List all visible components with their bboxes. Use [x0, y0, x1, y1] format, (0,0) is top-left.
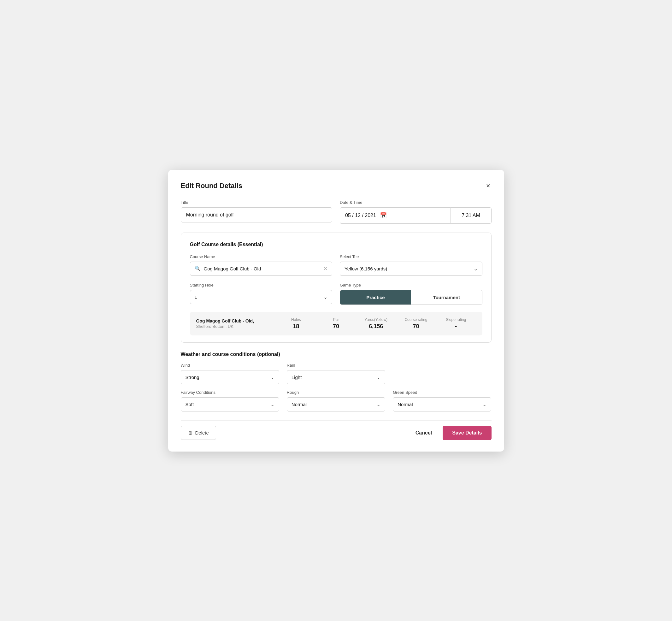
footer-bar: 🗑 Delete Cancel Save Details — [181, 420, 492, 440]
course-bottom-row: Starting Hole 1 ⌄ Game Type Practice Tou… — [190, 283, 482, 305]
chevron-down-icon: ⌄ — [473, 266, 478, 272]
tournament-button[interactable]: Tournament — [411, 290, 482, 304]
course-info-name: Gog Magog Golf Club - Old, Shelford Bott… — [196, 318, 276, 329]
starting-hole-label: Starting Hole — [190, 283, 333, 287]
edit-round-modal: Edit Round Details × Title Date & Time 0… — [168, 170, 504, 452]
course-section-title: Golf Course details (Essential) — [190, 242, 482, 247]
course-rating-value: 70 — [396, 323, 436, 330]
wind-field: Wind Strong ⌄ — [181, 363, 279, 384]
holes-value: 18 — [276, 323, 316, 330]
yards-value: 6,156 — [356, 323, 396, 330]
course-info-location: Shelford Bottom, UK — [196, 324, 276, 329]
calendar-icon: 📅 — [380, 212, 387, 219]
practice-button[interactable]: Practice — [340, 290, 411, 304]
slope-rating-value: - — [436, 323, 476, 330]
trash-icon: 🗑 — [188, 430, 193, 436]
wind-label: Wind — [181, 363, 279, 368]
datetime-field-group: Date & Time 05 / 12 / 2021 📅 7:31 AM — [340, 200, 492, 224]
fairway-field: Fairway Conditions Soft ⌄ — [181, 390, 279, 411]
slope-rating-stat: Slope rating - — [436, 318, 476, 330]
chevron-down-icon: ⌄ — [376, 374, 380, 380]
fairway-rough-green-row: Fairway Conditions Soft ⌄ Rough Normal ⌄… — [181, 390, 492, 411]
game-type-label: Game Type — [340, 283, 482, 287]
top-fields: Title Date & Time 05 / 12 / 2021 📅 7:31 … — [181, 200, 492, 224]
datetime-row: 05 / 12 / 2021 📅 7:31 AM — [340, 207, 492, 224]
title-label: Title — [181, 200, 333, 205]
starting-hole-value: 1 — [195, 294, 324, 300]
delete-button[interactable]: 🗑 Delete — [181, 426, 216, 440]
fairway-dropdown[interactable]: Soft ⌄ — [181, 397, 279, 411]
starting-hole-group: Starting Hole 1 ⌄ — [190, 283, 333, 305]
course-info-bar: Gog Magog Golf Club - Old, Shelford Bott… — [190, 312, 482, 335]
time-value: 7:31 AM — [462, 213, 480, 218]
course-info-name-main: Gog Magog Golf Club - Old, — [196, 318, 276, 323]
rough-value: Normal — [292, 402, 376, 407]
date-value: 05 / 12 / 2021 — [345, 213, 376, 218]
close-button[interactable]: × — [485, 181, 492, 191]
game-type-group: Game Type Practice Tournament — [340, 283, 482, 305]
clear-icon[interactable]: ✕ — [323, 266, 328, 272]
title-input[interactable] — [181, 207, 333, 222]
course-par-stat: Par 70 — [316, 318, 356, 330]
rain-value: Light — [292, 375, 376, 380]
rough-field: Rough Normal ⌄ — [287, 390, 385, 411]
game-type-toggle: Practice Tournament — [340, 290, 482, 305]
title-field-group: Title — [181, 200, 333, 224]
yards-label: Yards(Yellow) — [356, 318, 396, 322]
wind-value: Strong — [185, 375, 270, 380]
par-label: Par — [316, 318, 356, 322]
save-button[interactable]: Save Details — [443, 426, 491, 440]
par-value: 70 — [316, 323, 356, 330]
slope-rating-label: Slope rating — [436, 318, 476, 322]
green-speed-dropdown[interactable]: Normal ⌄ — [393, 397, 491, 411]
rain-dropdown[interactable]: Light ⌄ — [287, 370, 385, 384]
rain-label: Rain — [287, 363, 385, 368]
chevron-down-icon: ⌄ — [482, 401, 487, 407]
chevron-down-icon: ⌄ — [270, 374, 275, 380]
rough-dropdown[interactable]: Normal ⌄ — [287, 397, 385, 411]
select-tee-group: Select Tee Yellow (6,156 yards) ⌄ — [340, 254, 482, 276]
course-rating-stat: Course rating 70 — [396, 318, 436, 330]
course-rating-label: Course rating — [396, 318, 436, 322]
modal-header: Edit Round Details × — [181, 181, 492, 191]
fairway-label: Fairway Conditions — [181, 390, 279, 395]
course-name-value: Gog Magog Golf Club - Old — [204, 266, 321, 272]
select-tee-dropdown[interactable]: Yellow (6,156 yards) ⌄ — [340, 261, 482, 276]
course-name-label: Course Name — [190, 254, 333, 259]
select-tee-label: Select Tee — [340, 254, 482, 259]
chevron-down-icon: ⌄ — [270, 401, 275, 407]
datetime-label: Date & Time — [340, 200, 492, 205]
green-speed-field: Green Speed Normal ⌄ — [393, 390, 491, 411]
wind-dropdown[interactable]: Strong ⌄ — [181, 370, 279, 384]
wind-rain-row: Wind Strong ⌄ Rain Light ⌄ — [181, 363, 492, 384]
time-input[interactable]: 7:31 AM — [451, 207, 492, 224]
chevron-down-icon: ⌄ — [376, 401, 380, 407]
select-tee-value: Yellow (6,156 yards) — [344, 266, 473, 272]
rain-field: Rain Light ⌄ — [287, 363, 385, 384]
search-icon: 🔍 — [195, 266, 201, 272]
chevron-down-icon: ⌄ — [323, 294, 328, 300]
delete-label: Delete — [195, 430, 209, 436]
modal-title: Edit Round Details — [181, 182, 243, 190]
footer-right: Cancel Save Details — [412, 426, 492, 440]
course-top-row: Course Name 🔍 Gog Magog Golf Club - Old … — [190, 254, 482, 276]
course-name-group: Course Name 🔍 Gog Magog Golf Club - Old … — [190, 254, 333, 276]
course-yards-stat: Yards(Yellow) 6,156 — [356, 318, 396, 330]
weather-section: Weather and course conditions (optional)… — [181, 351, 492, 411]
course-name-input[interactable]: 🔍 Gog Magog Golf Club - Old ✕ — [190, 261, 333, 276]
date-input[interactable]: 05 / 12 / 2021 📅 — [340, 207, 451, 224]
holes-label: Holes — [276, 318, 316, 322]
green-speed-label: Green Speed — [393, 390, 491, 395]
green-speed-value: Normal — [397, 402, 482, 407]
cancel-button[interactable]: Cancel — [412, 426, 435, 440]
course-holes-stat: Holes 18 — [276, 318, 316, 330]
weather-title: Weather and course conditions (optional) — [181, 351, 492, 357]
starting-hole-dropdown[interactable]: 1 ⌄ — [190, 290, 333, 304]
fairway-value: Soft — [185, 402, 270, 407]
course-section: Golf Course details (Essential) Course N… — [181, 233, 492, 343]
rough-label: Rough — [287, 390, 385, 395]
